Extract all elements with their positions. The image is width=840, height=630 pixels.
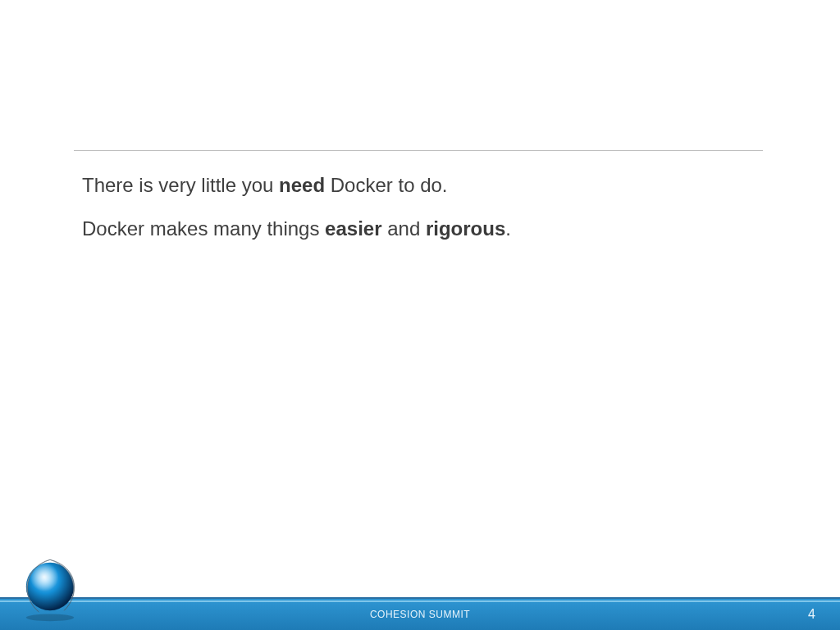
- title-divider: [74, 150, 763, 151]
- cohesion-logo-icon: [15, 551, 85, 622]
- svg-point-0: [26, 614, 74, 622]
- footer-title: COHESION SUMMIT: [0, 609, 840, 620]
- page-number: 4: [808, 607, 815, 622]
- footer-highlight: [0, 600, 840, 602]
- body-line-2: Docker makes many things easier and rigo…: [82, 216, 755, 241]
- text-run: Docker makes many things: [82, 217, 325, 240]
- text-run: There is very little you: [82, 174, 279, 196]
- body-text: There is very little you need Docker to …: [82, 172, 755, 259]
- text-bold: easier: [325, 217, 381, 240]
- slide: There is very little you need Docker to …: [0, 0, 840, 630]
- text-bold: need: [279, 174, 325, 196]
- footer-bar: COHESION SUMMIT 4: [0, 597, 840, 630]
- text-run: and: [382, 217, 426, 240]
- text-bold: rigorous: [426, 217, 505, 240]
- text-run: .: [505, 217, 511, 240]
- body-line-1: There is very little you need Docker to …: [82, 172, 755, 198]
- text-run: Docker to do.: [325, 174, 447, 196]
